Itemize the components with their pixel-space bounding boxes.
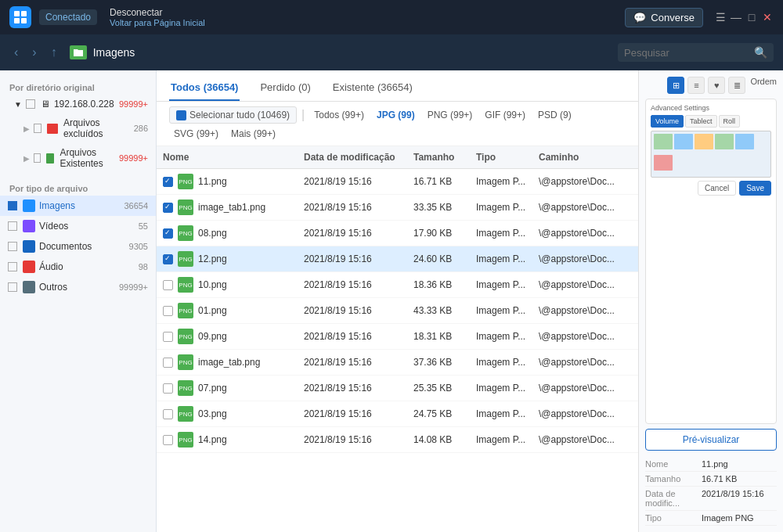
file-name: 12.png (198, 253, 227, 264)
images-icon (23, 200, 35, 212)
file-date-cell: 2021/8/19 15:16 (298, 298, 407, 324)
file-path-cell: \@appstore\Doc... (532, 376, 638, 401)
file-size-cell: 14.08 KB (407, 427, 470, 453)
back-button[interactable]: ‹ (9, 42, 23, 63)
search-area[interactable]: 🔍 (618, 43, 774, 62)
filter-psd[interactable]: PSD (9) (533, 108, 576, 122)
filter-more[interactable]: Mais (99+) (226, 127, 280, 141)
table-row[interactable]: PNG image_tab1.png 2021/8/19 15:16 33.35… (157, 195, 638, 221)
row-checkbox[interactable] (163, 306, 173, 316)
tab-existente[interactable]: Existente (36654) (331, 77, 414, 101)
table-row[interactable]: PNG 08.png 2021/8/19 15:16 17.90 KB Imag… (157, 221, 638, 246)
row-checkbox[interactable] (163, 358, 173, 368)
file-date-cell: 2021/8/19 15:16 (298, 350, 407, 376)
row-checkbox[interactable] (163, 280, 173, 290)
sidebar-item-audio[interactable]: Áudio 98 (0, 257, 156, 277)
file-thumb: PNG (178, 329, 193, 344)
filter-svg[interactable]: SVG (99+) (169, 127, 223, 141)
row-checkbox[interactable] (163, 409, 173, 419)
grid-view-btn[interactable]: ⊞ (667, 77, 684, 94)
file-name: 08.png (198, 228, 227, 239)
panel-toolbar: ⊞ ≡ ♥ ≣ Ordem (645, 77, 777, 94)
sidebar-item-videos[interactable]: Vídeos 55 (0, 216, 156, 236)
order-btn[interactable]: ≣ (728, 77, 745, 94)
forward-button[interactable]: › (27, 42, 41, 63)
toolbar: ‹ › ↑ Imagens 🔍 (0, 34, 783, 70)
tab-perdido[interactable]: Perdido (0) (258, 77, 312, 101)
up-button[interactable]: ↑ (46, 42, 62, 63)
tab-todos[interactable]: Todos (36654) (169, 77, 240, 101)
converse-button[interactable]: 💬 Converse (625, 8, 703, 27)
meta-date-label: Data de modific... (645, 489, 702, 508)
close-button[interactable]: ✕ (761, 11, 774, 23)
row-checkbox[interactable] (163, 435, 173, 445)
back-home-link[interactable]: Voltar para Página Inicial (110, 18, 205, 27)
existing-count: 99999+ (119, 153, 148, 163)
row-checkbox[interactable] (163, 332, 173, 342)
sidebar-excluded[interactable]: ▶ Arquivos excluídos 286 (0, 113, 156, 143)
list-view-btn[interactable]: ≡ (687, 77, 705, 94)
filter-row: Selecionar tudo (10469) | Todos (99+) JP… (157, 102, 638, 146)
col-size: Tamanho (407, 146, 470, 169)
stab-tablect[interactable]: Tablect (685, 115, 717, 128)
tag-btn[interactable]: ♥ (708, 77, 725, 94)
meta-type-value: Imagem PNG (702, 513, 754, 523)
menu-icon[interactable]: ☰ (714, 11, 727, 23)
file-size-cell: 43.33 KB (407, 298, 470, 324)
filter-all[interactable]: Todos (99+) (309, 108, 369, 122)
table-row[interactable]: PNG 09.png 2021/8/19 15:16 18.31 KB Imag… (157, 324, 638, 350)
file-size-cell: 17.90 KB (407, 221, 470, 246)
table-row[interactable]: PNG 07.png 2021/8/19 15:16 25.35 KB Imag… (157, 376, 638, 401)
search-input[interactable] (624, 47, 749, 59)
preview-button[interactable]: Pré-visualizar (645, 429, 777, 451)
filter-jpg[interactable]: JPG (99) (372, 108, 420, 122)
row-checkbox[interactable] (163, 383, 173, 394)
existing-folder-icon (46, 153, 55, 164)
row-checkbox[interactable] (163, 228, 173, 239)
sidebar-item-documents[interactable]: Documentos 9305 (0, 236, 156, 257)
save-small-btn[interactable]: Save (739, 181, 771, 196)
maximize-button[interactable]: □ (745, 11, 758, 23)
stab-roll[interactable]: Roll (719, 115, 741, 128)
file-size-cell: 37.36 KB (407, 350, 470, 376)
file-date-cell: 2021/8/19 15:16 (298, 427, 407, 453)
file-size-cell: 18.36 KB (407, 272, 470, 298)
videos-icon (23, 220, 35, 232)
sidebar-item-others[interactable]: Outros 99999+ (0, 277, 156, 297)
file-name: image_tab.png (198, 357, 260, 368)
sidebar-drive[interactable]: ▼ 🖥 192.168.0.228 99999+ (0, 95, 156, 113)
meta-size-value: 16.71 KB (702, 474, 737, 483)
table-row[interactable]: PNG 03.png 2021/8/19 15:16 24.75 KB Imag… (157, 401, 638, 427)
filter-gif[interactable]: GIF (99+) (480, 108, 530, 122)
file-type-cell: Imagem P... (470, 298, 532, 324)
filter-png[interactable]: PNG (99+) (423, 108, 478, 122)
table-row[interactable]: PNG 14.png 2021/8/19 15:16 14.08 KB Imag… (157, 427, 638, 453)
disconnect-link[interactable]: Desconectar (110, 7, 205, 18)
table-row[interactable]: PNG 01.png 2021/8/19 15:16 43.33 KB Imag… (157, 298, 638, 324)
stab-volume[interactable]: Volume (651, 115, 684, 128)
row-checkbox[interactable] (163, 177, 173, 187)
settings-preview: Advanced Settings Volume Tablect Roll Ca… (645, 99, 777, 424)
row-checkbox[interactable] (163, 203, 173, 213)
svg-rect-1 (21, 11, 27, 16)
file-size-cell: 33.35 KB (407, 195, 470, 221)
excluded-count: 286 (134, 124, 148, 133)
table-row[interactable]: PNG image_tab.png 2021/8/19 15:16 37.36 … (157, 350, 638, 376)
table-row[interactable]: PNG 11.png 2021/8/19 15:16 16.71 KB Imag… (157, 169, 638, 195)
file-name: 01.png (198, 305, 227, 316)
table-row[interactable]: PNG 12.png 2021/8/19 15:16 24.60 KB Imag… (157, 246, 638, 272)
table-row[interactable]: PNG 10.png 2021/8/19 15:16 18.36 KB Imag… (157, 272, 638, 298)
mini-thumb-3 (695, 134, 713, 149)
file-name-cell: PNG 11.png (157, 169, 298, 195)
file-date-cell: 2021/8/19 15:16 (298, 324, 407, 350)
row-checkbox[interactable] (163, 254, 173, 264)
sidebar-existing[interactable]: ▶ Arquivos Existentes 99999+ (0, 143, 156, 173)
sidebar-item-images[interactable]: Imagens 36654 (0, 196, 156, 216)
minimize-button[interactable]: — (730, 11, 742, 23)
select-all-button[interactable]: Selecionar tudo (10469) (169, 106, 297, 124)
connected-badge: Conectado (39, 9, 97, 25)
audio-label: Áudio (39, 261, 63, 272)
cancel-small-btn[interactable]: Cancel (698, 181, 736, 196)
settings-mini-tabs: Volume Tablect Roll (651, 115, 771, 128)
mini-thumb-1 (654, 134, 673, 149)
